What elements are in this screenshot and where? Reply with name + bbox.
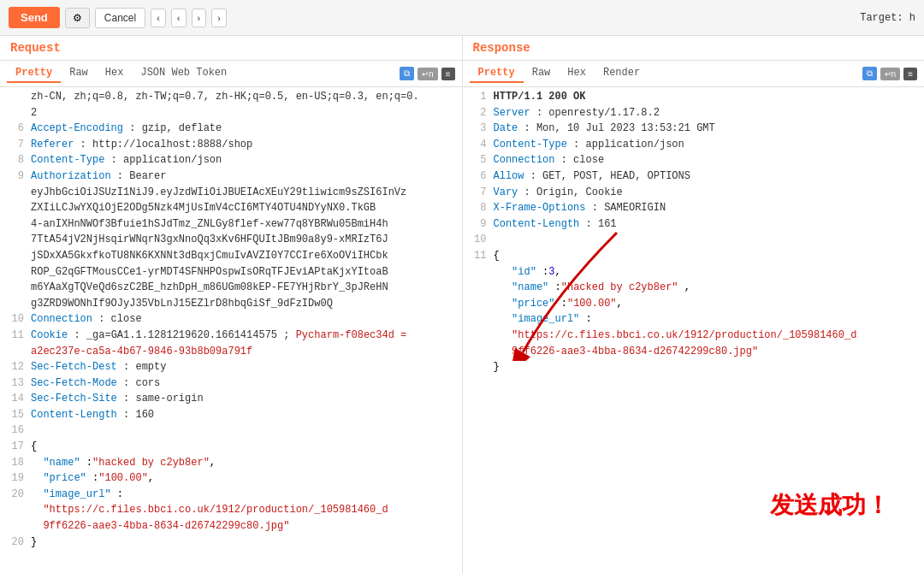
tab-render-response[interactable]: Render [595, 64, 649, 83]
line-item: 3 Date : Mon, 10 Jul 2023 13:53:21 GMT [463, 121, 925, 137]
line-item: 14 Sec-Fetch-Site : same-origin [0, 391, 462, 407]
newline-icon-request[interactable]: ↵n [418, 68, 438, 80]
line-item: 7 Vary : Origin, Cookie [463, 185, 925, 201]
target-label: Target: h [860, 12, 915, 24]
nav-left-button[interactable]: ‹ [151, 9, 166, 27]
menu-icon-response[interactable]: ≡ [903, 68, 917, 80]
line-item: 18 "name" :"hacked by c2yb8er", [0, 455, 462, 471]
cancel-button[interactable]: Cancel [95, 8, 145, 28]
line-item: 2 Server : openresty/1.17.8.2 [463, 105, 925, 121]
line-item: ROP_G2qGFTMousCCe1-yrMDT4SFNHPOspwIsORqT… [0, 264, 462, 281]
request-tab-bar: Pretty Raw Hex JSON Web Token ⧉ ↵n ≡ [0, 61, 462, 87]
nav-right-button[interactable]: › [192, 9, 207, 27]
line-item: 11 Cookie : _ga=GA1.1.1281219620.1661414… [0, 328, 462, 344]
main-container: Request Pretty Raw Hex JSON Web Token ⧉ … [0, 36, 924, 573]
line-item: 6 Accept-Encoding : gzip, deflate [0, 121, 462, 137]
copy-icon-request[interactable]: ⧉ [400, 67, 414, 80]
line-item: 6 Allow : GET, POST, HEAD, OPTIONS [463, 168, 925, 185]
line-item: "id" :3, [463, 264, 925, 281]
line-item: "https://c.files.bbci.co.uk/1912/product… [463, 328, 925, 344]
line-item: 11 { [463, 248, 925, 264]
line-item: 5 Connection : close [463, 152, 925, 168]
response-content[interactable]: 1 HTTP/1.1 200 OK 2 Server : openresty/1… [463, 87, 925, 573]
line-item: 9ff6226-aae3-4bba-8634-d26742299c80.jpg" [463, 344, 925, 360]
line-item: 1 HTTP/1.1 200 OK [463, 89, 925, 105]
request-content[interactable]: zh-CN, zh;q=0.8, zh-TW;q=0.7, zh-HK;q=0.… [0, 87, 462, 573]
line-item: 4 Content-Type : application/json [463, 137, 925, 153]
line-item: g3ZRD9WONhIf9OJyJ35VbLnJ15EZlrD8hbqGiSf_… [0, 296, 462, 312]
line-item: 13 Sec-Fetch-Mode : cors [0, 375, 462, 392]
line-item: "name" :"hacked by c2yb8er" , [463, 280, 925, 296]
line-item: 19 "price" :"100.00", [0, 470, 462, 487]
tab-hex-response[interactable]: Hex [559, 64, 595, 83]
nav-left2-button[interactable]: ‹ [171, 9, 187, 27]
response-tab-bar: Pretty Raw Hex Render ⧉ ↵n ≡ [463, 61, 925, 87]
line-item: 7TtA54jV2NjHsqirWNqrN3gxNnoQq3xKv6HFQUIt… [0, 232, 462, 248]
nav-right2-button[interactable]: › [211, 9, 227, 27]
line-item: 9 Content-Length : 161 [463, 216, 925, 233]
toolbar: Send ⚙ Cancel ‹ ‹ › › Target: h [0, 0, 924, 36]
line-item: 15 Content-Length : 160 [0, 407, 462, 423]
settings-button[interactable]: ⚙ [65, 8, 90, 28]
line-item: 12 Sec-Fetch-Dest : empty [0, 359, 462, 375]
tab-hex-request[interactable]: Hex [97, 64, 133, 83]
line-item: eyJhbGciOiJSUzI1NiJ9.eyJzdWIiOiJBUEIAcXE… [0, 185, 462, 201]
line-item: } [463, 359, 925, 375]
response-panel: Response Pretty Raw Hex Render ⧉ ↵n ≡ 1 … [463, 36, 925, 573]
tab-raw-request[interactable]: Raw [61, 64, 97, 83]
line-item: 20 } [0, 535, 462, 551]
line-item: 2 [0, 105, 462, 121]
tab-pretty-request[interactable]: Pretty [7, 64, 61, 83]
authorization-line: 9 Authorization : Bearer [0, 168, 462, 185]
line-item: "price" :"100.00", [463, 296, 925, 312]
line-item: 7 Referer : http://localhost:8888/shop [0, 137, 462, 153]
line-item: a2ec237e-ca5a-4b67-9846-93b8b09a791f [0, 344, 462, 360]
line-item: 4-anIXHnNWOf3Bfuie1hSJdTmz_ZNLGy8flef-xe… [0, 216, 462, 233]
line-item: m6YAaXgTQVeQd6szC2BE_hzhDpH_m86UGm08kEP-… [0, 280, 462, 296]
tab-pretty-response[interactable]: Pretty [470, 64, 524, 83]
tab-jwt-request[interactable]: JSON Web Token [132, 64, 235, 83]
line-item: "https://c.files.bbci.co.uk/1912/product… [0, 502, 462, 518]
menu-icon-request[interactable]: ≡ [441, 68, 455, 80]
request-panel-title: Request [0, 36, 462, 61]
line-item: 16 [0, 422, 462, 439]
line-item: 10 Connection : close [0, 311, 462, 328]
copy-icon-response[interactable]: ⧉ [862, 67, 877, 80]
line-item: jSDxXA5GkxfkoTU8NK6KXNNt3dBqxjCmuIvAVZI0… [0, 248, 462, 264]
line-item: 17 { [0, 439, 462, 455]
line-item: "image_url" : [463, 311, 925, 328]
response-panel-title: Response [463, 36, 925, 61]
request-panel: Request Pretty Raw Hex JSON Web Token ⧉ … [0, 36, 463, 573]
line-item: 10 [463, 232, 925, 248]
line-item: zh-CN, zh;q=0.8, zh-TW;q=0.7, zh-HK;q=0.… [0, 89, 462, 105]
line-item: ZXIiLCJwYXQiOjE2ODg5Nzk4MjUsImV4cCI6MTY4… [0, 200, 462, 216]
line-item: 9ff6226-aae3-4bba-8634-d26742299c80.jpg" [0, 518, 462, 535]
send-button[interactable]: Send [9, 7, 60, 28]
line-item: 8 Content-Type : application/json [0, 152, 462, 168]
newline-icon-response[interactable]: ↵n [880, 68, 901, 80]
line-item: 20 "image_url" : [0, 487, 462, 503]
line-item: 8 X-Frame-Options : SAMEORIGIN [463, 200, 925, 216]
tab-raw-response[interactable]: Raw [524, 64, 560, 83]
